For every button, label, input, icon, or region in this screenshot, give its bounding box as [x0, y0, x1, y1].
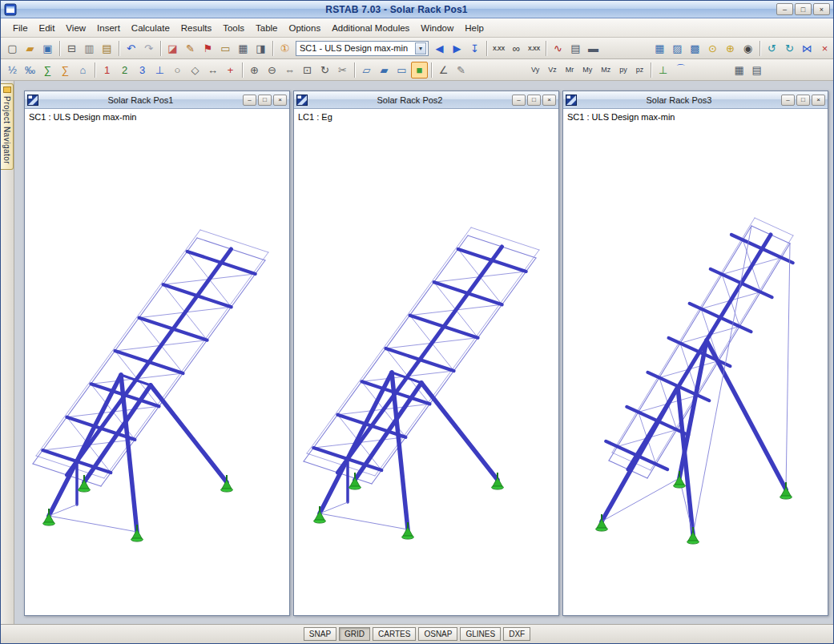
redo-icon[interactable]: ↷ — [140, 40, 157, 57]
child-maximize-button[interactable]: □ — [527, 95, 541, 106]
member-numbering-icon[interactable]: 2 — [116, 62, 133, 78]
move-pin-icon[interactable]: ⊕ — [722, 40, 739, 57]
snap-ratio-icon[interactable]: ½ — [4, 62, 21, 78]
menu-table[interactable]: Table — [250, 20, 284, 36]
case-numbering-icon[interactable]: 3 — [134, 62, 151, 78]
deformation-icon[interactable]: ⌒ — [672, 62, 689, 78]
measure-angle-icon[interactable]: ∠ — [435, 62, 452, 78]
maximize-button[interactable]: □ — [795, 3, 812, 15]
child-titlebar[interactable]: Solar Rack Pos2 – □ × — [294, 91, 558, 109]
previous-load-case-icon[interactable]: ◀ — [431, 40, 448, 57]
menu-options[interactable]: Options — [284, 20, 327, 36]
pan-icon[interactable]: ⇔ — [281, 62, 298, 78]
work-plane-icon[interactable]: ▩ — [687, 40, 703, 57]
child-maximize-button[interactable]: □ — [258, 95, 272, 106]
goto-load-case-icon[interactable]: ↧ — [466, 40, 483, 57]
table-grid-icon[interactable]: ▦ — [731, 62, 747, 78]
save-icon[interactable]: ▣ — [39, 40, 56, 57]
status-dxf[interactable]: DXF — [503, 627, 530, 641]
result-diagram-icon[interactable]: ∿ — [550, 40, 566, 57]
toggle-load-py[interactable]: py — [615, 62, 631, 77]
close-button[interactable]: × — [813, 3, 830, 15]
menu-window[interactable]: Window — [415, 20, 459, 36]
result-values-icon[interactable]: ∞ — [508, 40, 525, 57]
status-grid[interactable]: GRID — [339, 627, 370, 641]
menu-results[interactable]: Results — [175, 20, 217, 36]
menu-insert[interactable]: Insert — [91, 20, 126, 36]
child-titlebar[interactable]: Solar Rack Pos3 – □ × — [563, 91, 828, 109]
zoom-out-icon[interactable]: ⊖ — [264, 62, 280, 78]
open-folder-icon[interactable]: ▰ — [22, 40, 38, 57]
node-numbering-icon[interactable]: 1 — [99, 62, 115, 78]
paste-icon[interactable]: ▤ — [99, 40, 115, 57]
sum-masses-icon[interactable]: ∑ — [57, 62, 74, 78]
child-titlebar[interactable]: Solar Rack Pos1 – □ × — [25, 91, 289, 109]
dimension-icon[interactable]: ↔ — [204, 62, 221, 78]
decimal-places-icon[interactable]: X.XX — [490, 40, 507, 57]
scale-icon[interactable]: ‰ — [22, 62, 38, 78]
menu-view[interactable]: View — [60, 20, 91, 36]
support-reactions-icon[interactable]: ⊥ — [655, 62, 671, 78]
edit-pencil-icon[interactable]: ✎ — [182, 40, 199, 57]
table-panel-icon[interactable]: ▦ — [235, 40, 252, 57]
status-snap[interactable]: SNAP — [304, 627, 336, 641]
child-close-button[interactable]: × — [812, 95, 825, 106]
child-maximize-button[interactable]: □ — [796, 95, 810, 106]
undo-icon[interactable]: ↶ — [123, 40, 139, 57]
support-display-icon[interactable]: ⊥ — [151, 62, 168, 78]
model-viewport[interactable]: SC1 : ULS Design max-min — [563, 109, 828, 615]
status-osnap[interactable]: OSNAP — [418, 627, 457, 641]
animation-icon[interactable]: ▬ — [585, 40, 602, 57]
next-load-case-icon[interactable]: ▶ — [449, 40, 465, 57]
child-close-button[interactable]: × — [273, 95, 287, 106]
child-minimize-button[interactable]: – — [781, 95, 795, 106]
titlebar[interactable]: RSTAB 7.03 - Solar Rack Pos1 – □ × — [1, 1, 833, 18]
toggle-shear-vy[interactable]: Vy — [527, 62, 543, 77]
printout-report-icon[interactable]: ▤ — [567, 40, 584, 57]
status-cartes[interactable]: CARTES — [373, 627, 416, 641]
axes-icon[interactable]: + — [222, 62, 239, 78]
clipboard-icon[interactable]: ▭ — [217, 40, 234, 57]
report-icon[interactable]: ▤ — [748, 62, 765, 78]
print-icon[interactable]: ⊟ — [63, 40, 80, 57]
rotate-view-icon[interactable]: ↻ — [316, 62, 333, 78]
menu-file[interactable]: File — [7, 20, 34, 36]
status-glines[interactable]: GLINES — [460, 627, 501, 641]
isometric-view-icon[interactable]: ■ — [411, 62, 428, 78]
child-minimize-button[interactable]: – — [243, 95, 256, 106]
view-xy-icon[interactable]: ▱ — [358, 62, 375, 78]
child-close-button[interactable]: × — [542, 95, 556, 106]
new-file-icon[interactable]: ▢ — [4, 40, 21, 57]
toggle-moment-my[interactable]: My — [578, 62, 596, 77]
mirror-icon[interactable]: ⋈ — [799, 40, 816, 57]
zoom-window-icon[interactable]: ⊡ — [299, 62, 316, 78]
background-grid-icon[interactable]: ▨ — [669, 40, 686, 57]
copy-icon[interactable]: ▥ — [81, 40, 98, 57]
load-case-select[interactable]: SC1 - ULS Design max-min▾ — [296, 41, 429, 56]
menu-calculate[interactable]: Calculate — [126, 20, 175, 36]
project-navigator-tab[interactable]: Project Navigator — [1, 83, 14, 170]
node-display-icon[interactable]: ◇ — [187, 62, 203, 78]
hinge-display-icon[interactable]: ○ — [169, 62, 186, 78]
zoom-in-icon[interactable]: ⊕ — [246, 62, 263, 78]
rotate-cw-icon[interactable]: ↻ — [781, 40, 798, 57]
delete-icon[interactable]: × — [816, 40, 833, 57]
clipping-plane-icon[interactable]: ✂ — [334, 62, 351, 78]
navigator-panel-icon[interactable]: ◨ — [252, 40, 269, 57]
exponent-format-icon[interactable]: X.XX — [526, 40, 542, 57]
view-yz-icon[interactable]: ▭ — [393, 62, 410, 78]
grid-points-icon[interactable]: ▦ — [651, 40, 668, 57]
child-minimize-button[interactable]: – — [512, 95, 526, 106]
snap-pin-icon[interactable]: ⊙ — [704, 40, 721, 57]
minimize-button[interactable]: – — [776, 3, 793, 15]
toggle-load-pz[interactable]: pz — [632, 62, 648, 77]
view-xz-icon[interactable]: ▰ — [376, 62, 393, 78]
menu-edit[interactable]: Edit — [34, 20, 61, 36]
model-viewport[interactable]: LC1 : Eg — [294, 109, 558, 615]
comment-icon[interactable]: ✎ — [453, 62, 469, 78]
load-case-list-icon[interactable]: ① — [276, 40, 293, 57]
menu-additional-modules[interactable]: Additional Modules — [326, 20, 415, 36]
toggle-shear-vz[interactable]: Vz — [544, 62, 561, 77]
toggle-moment-mz[interactable]: Mz — [597, 62, 614, 77]
menu-help[interactable]: Help — [459, 20, 490, 36]
